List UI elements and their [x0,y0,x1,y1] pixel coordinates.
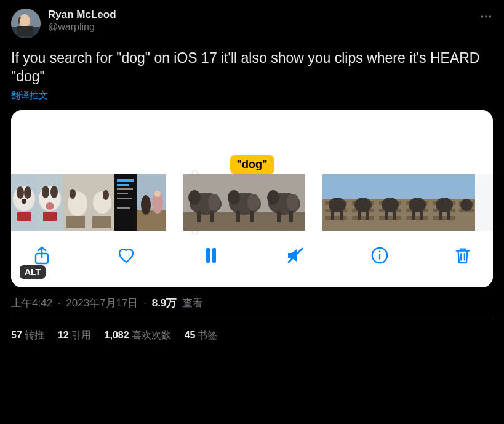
svg-point-25 [103,190,109,200]
svg-rect-100 [458,174,475,199]
engagement-stats: 57转推 12引用 1,082喜欢次数 45书签 [11,319,493,342]
media-attachment[interactable]: "dog" [11,110,493,287]
svg-rect-22 [66,216,85,228]
clip-gap [305,174,322,231]
svg-rect-33 [117,207,130,209]
svg-rect-106 [206,248,210,263]
alt-badge[interactable]: ALT [20,265,46,279]
svg-rect-45 [210,211,214,222]
user-name-block[interactable]: Ryan McLeod @warpling [48,9,479,33]
svg-point-38 [154,191,161,197]
svg-rect-30 [117,188,133,190]
thumbnail [11,174,37,231]
thumbnail [404,174,431,231]
svg-rect-44 [197,211,201,222]
search-term-tag: "dog" [230,155,274,174]
views-count: 8.9万 [152,297,177,309]
svg-rect-99 [447,210,450,220]
thumbnail [224,174,265,231]
display-name: Ryan McLeod [48,9,479,21]
mute-icon[interactable] [286,246,305,265]
svg-point-111 [378,250,380,252]
svg-rect-107 [212,248,216,263]
svg-point-81 [382,198,399,212]
svg-point-42 [188,190,201,205]
svg-rect-54 [265,212,305,231]
translate-link[interactable]: 翻译推文 [11,90,493,102]
thumbnail [322,174,350,231]
svg-point-49 [228,190,240,205]
svg-point-16 [50,186,58,198]
svg-point-11 [22,199,26,204]
quotes-stat[interactable]: 12引用 [58,329,91,342]
svg-point-17 [46,202,54,210]
avatar[interactable] [11,9,41,38]
svg-rect-83 [393,210,396,220]
svg-rect-68 [350,174,377,199]
tweet-text: If you search for "dog" on iOS 17 it'll … [11,49,493,86]
svg-point-15 [42,186,49,198]
svg-rect-35 [137,210,166,231]
svg-rect-40 [183,212,224,231]
svg-point-50 [247,194,260,211]
clip-group-1 [11,174,166,231]
clip-group-3 [322,174,475,231]
more-icon[interactable] [479,9,493,23]
svg-point-9 [17,186,24,199]
svg-rect-74 [358,210,361,220]
svg-point-97 [436,198,453,212]
thumbnail [114,174,137,231]
svg-rect-72 [352,216,374,220]
user-handle: @warpling [48,21,479,33]
svg-rect-75 [366,210,369,220]
pause-icon[interactable] [201,246,221,265]
svg-rect-29 [117,184,129,186]
media-top-area: "dog" [11,110,493,174]
svg-rect-3 [17,26,33,36]
bookmarks-stat[interactable]: 45书签 [185,329,218,342]
svg-rect-52 [250,211,254,222]
svg-point-4 [481,15,484,18]
svg-rect-92 [431,174,458,199]
svg-point-73 [354,198,372,212]
svg-point-89 [409,198,426,212]
thumbnail [377,174,404,231]
svg-rect-28 [117,179,134,182]
clip-group-2 [183,174,305,231]
svg-rect-64 [325,216,347,220]
tweet-date: 2023年7月17日 [66,297,138,309]
info-icon[interactable] [370,246,389,265]
svg-point-5 [485,15,487,18]
svg-rect-59 [289,211,293,222]
svg-rect-58 [277,211,281,222]
svg-rect-27 [114,174,137,231]
tweet-header: Ryan McLeod @warpling [11,9,493,38]
video-timeline-strip[interactable] [11,174,493,231]
svg-point-21 [70,189,76,199]
svg-point-43 [208,194,220,211]
svg-point-6 [489,15,492,18]
svg-rect-67 [340,210,343,220]
svg-rect-90 [412,210,415,220]
tweet-meta[interactable]: 上午4:42 · 2023年7月17日 · 8.9万 查看 [11,296,493,310]
svg-point-2 [19,14,30,28]
svg-rect-96 [433,216,455,220]
svg-point-10 [24,186,31,199]
heart-icon[interactable] [116,246,136,265]
svg-rect-82 [385,210,388,220]
likes-stat[interactable]: 1,082喜欢次数 [105,329,171,342]
svg-rect-12 [17,212,31,221]
svg-point-104 [460,199,473,211]
views-label: 查看 [182,297,203,309]
share-icon[interactable] [32,246,52,265]
svg-rect-51 [236,211,240,222]
svg-rect-91 [420,210,423,220]
svg-rect-80 [379,216,401,220]
svg-rect-84 [404,174,431,199]
svg-rect-26 [92,216,111,228]
retweets-stat[interactable]: 57转推 [11,329,44,342]
trash-icon[interactable] [454,246,472,265]
svg-point-57 [287,194,299,211]
svg-rect-98 [439,210,442,220]
thumbnail [63,174,89,231]
